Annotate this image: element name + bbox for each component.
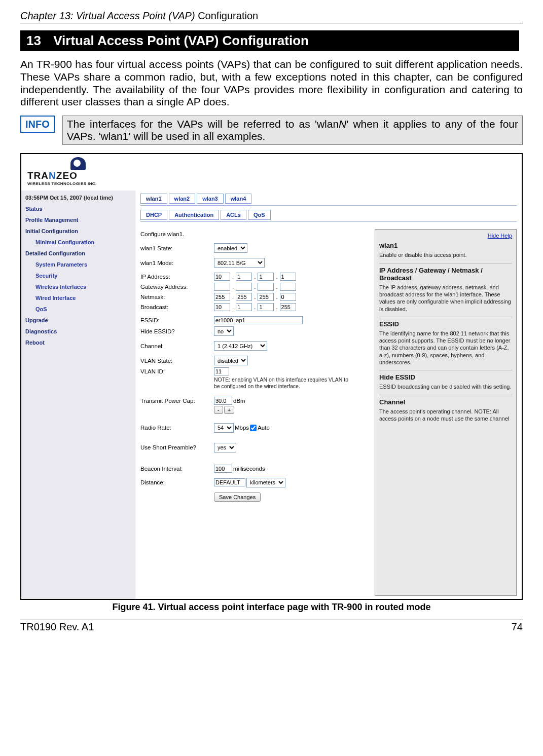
sidebar-item-diagnostics[interactable]: Diagnostics xyxy=(25,328,131,334)
chapter-header-plain: Configuration xyxy=(195,10,259,21)
beacon-unit: milliseconds xyxy=(233,466,265,472)
info-text: The interfaces for the VAPs will be refe… xyxy=(62,116,523,145)
bc-octet-3[interactable] xyxy=(258,303,274,311)
ip-label: IP Address: xyxy=(140,274,214,280)
screenshot: TRANZEO WIRELESS TECHNOLOGIES INC. 03:56… xyxy=(20,153,523,600)
rate-select[interactable]: 54 xyxy=(214,423,234,433)
gw-octet-4[interactable] xyxy=(280,283,296,291)
bc-octet-4[interactable] xyxy=(280,303,296,311)
beacon-label: Beacon Interval: xyxy=(140,466,214,472)
tab-wlan3[interactable]: wlan3 xyxy=(197,194,224,204)
gw-octet-1[interactable] xyxy=(214,283,230,291)
help-p-ip: The IP address, gateway address, netmask… xyxy=(379,284,512,313)
distance-input[interactable] xyxy=(214,478,245,486)
nm-octet-2[interactable] xyxy=(236,293,252,301)
help-h-essid: ESSID xyxy=(379,320,512,328)
gw-label: Gateway Address: xyxy=(140,284,214,290)
logo-pre: TRA xyxy=(27,170,49,181)
sidebar-item-upgrade[interactable]: Upgrade xyxy=(25,317,131,323)
subtab-acls[interactable]: ACLs xyxy=(221,210,246,220)
logo-word: TRANZEO xyxy=(27,170,78,181)
vlan-id-input[interactable] xyxy=(214,367,229,375)
help-panel: Hide Help wlan1 Enable or disable this a… xyxy=(375,229,517,596)
vlan-state-select[interactable]: disabled xyxy=(214,356,248,365)
sidebar-item-wired[interactable]: Wired Interface xyxy=(35,295,131,301)
gw-octet-2[interactable] xyxy=(236,283,252,291)
sidebar-item-status[interactable]: Status xyxy=(25,206,131,212)
page-footer: TR0190 Rev. A1 74 xyxy=(20,620,523,633)
ip-octet-2[interactable] xyxy=(236,273,252,281)
rate-auto-label: Auto xyxy=(258,425,270,431)
footer-right: 74 xyxy=(512,621,523,633)
logo-icon xyxy=(70,157,86,170)
subtab-qos[interactable]: QoS xyxy=(248,210,271,220)
figure-caption: Figure 41. Virtual access point interfac… xyxy=(20,602,523,613)
help-p-wlan1: Enable or disable this access point. xyxy=(379,251,512,258)
preamble-select[interactable]: yes xyxy=(214,443,236,452)
logo-post: ZEO xyxy=(56,170,78,181)
hide-select[interactable]: no xyxy=(214,326,234,336)
section-title: 13 Virtual Access Point (VAP) Configurat… xyxy=(20,30,523,51)
sidebar-group-detailed: Detailed Configuration xyxy=(25,250,131,256)
sidebar-item-reboot[interactable]: Reboot xyxy=(25,339,131,346)
info-text-italic: N xyxy=(339,118,346,130)
distance-unit-select[interactable]: kilometers xyxy=(246,478,285,487)
chapter-header: Chapter 13: Virtual Access Point (VAP) C… xyxy=(20,10,523,23)
logo-area: TRANZEO WIRELESS TECHNOLOGIES INC. xyxy=(21,154,522,191)
beacon-input[interactable] xyxy=(214,465,232,473)
chapter-header-italic: Chapter 13: Virtual Access Point (VAP) xyxy=(20,10,195,21)
help-p-hide: ESSID broadcasting can be disabled with … xyxy=(379,383,512,390)
sidebar-item-security[interactable]: Security xyxy=(35,273,131,279)
bc-octet-2[interactable] xyxy=(236,303,252,311)
ip-octet-1[interactable] xyxy=(214,273,230,281)
help-h-ip: IP Address / Gateway / Netmask / Broadca… xyxy=(379,267,512,282)
sidebar-item-minimal[interactable]: Minimal Configuration xyxy=(35,239,131,245)
subtab-dhcp[interactable]: DHCP xyxy=(140,210,167,220)
tx-plus-button[interactable]: + xyxy=(224,406,234,414)
tab-wlan4[interactable]: wlan4 xyxy=(225,194,252,204)
ip-octet-4[interactable] xyxy=(280,273,296,281)
form-column: Configure wlan1. wlan1 State: enabled wl… xyxy=(140,226,364,596)
channel-label: Channel: xyxy=(140,343,214,349)
nm-octet-3[interactable] xyxy=(258,293,274,301)
vlan-state-label: VLAN State: xyxy=(140,358,214,364)
tx-unit: dBm xyxy=(233,398,245,404)
help-p-essid: The identifying name for the 802.11 netw… xyxy=(379,330,512,366)
logo-tagline: WIRELESS TECHNOLOGIES INC. xyxy=(27,181,97,186)
tab-wlan2[interactable]: wlan2 xyxy=(169,194,196,204)
channel-select[interactable]: 1 (2.412 GHz) xyxy=(214,341,267,351)
help-h-channel: Channel xyxy=(379,398,512,406)
nm-octet-4[interactable] xyxy=(280,293,296,301)
tab-wlan1[interactable]: wlan1 xyxy=(140,194,167,204)
sidebar-item-system[interactable]: System Parameters xyxy=(35,261,131,268)
tx-label: Transmit Power Cap: xyxy=(140,398,214,404)
nm-octet-1[interactable] xyxy=(214,293,230,301)
sidebar-item-wireless[interactable]: Wireless Interfaces xyxy=(35,284,131,290)
hide-help-link[interactable]: Hide Help xyxy=(379,233,512,239)
info-badge: INFO xyxy=(20,116,55,133)
gw-octet-3[interactable] xyxy=(258,283,274,291)
subtab-auth[interactable]: Authentication xyxy=(169,210,219,220)
tx-input[interactable] xyxy=(214,397,232,405)
state-select[interactable]: enabled xyxy=(214,243,247,253)
hide-label: Hide ESSID? xyxy=(140,328,214,334)
ip-octet-3[interactable] xyxy=(258,273,274,281)
vlan-note: NOTE: enabling VLAN on this interface re… xyxy=(214,376,351,389)
essid-input[interactable] xyxy=(214,316,303,324)
subtabs: DHCP Authentication ACLs QoS xyxy=(140,210,517,220)
bc-label: Broadcast: xyxy=(140,304,214,310)
sidebar-item-qos[interactable]: QoS xyxy=(35,306,131,312)
sidebar-time: 03:56PM Oct 15, 2007 (local time) xyxy=(25,195,131,201)
save-button[interactable]: Save Changes xyxy=(214,493,261,502)
bc-octet-1[interactable] xyxy=(214,303,230,311)
tx-minus-button[interactable]: - xyxy=(214,406,223,414)
preamble-label: Use Short Preamble? xyxy=(140,444,214,450)
mode-select[interactable]: 802.11 B/G xyxy=(214,258,265,268)
mode-label: wlan1 Mode: xyxy=(140,260,214,266)
sidebar-item-profile[interactable]: Profile Management xyxy=(25,217,131,223)
rate-label: Radio Rate: xyxy=(140,425,214,431)
state-label: wlan1 State: xyxy=(140,245,214,251)
rate-auto-checkbox[interactable] xyxy=(250,425,257,431)
info-text-pre: The interfaces for the VAPs will be refe… xyxy=(67,118,339,130)
main-content: wlan1 wlan2 wlan3 wlan4 DHCP Authenticat… xyxy=(135,191,522,599)
